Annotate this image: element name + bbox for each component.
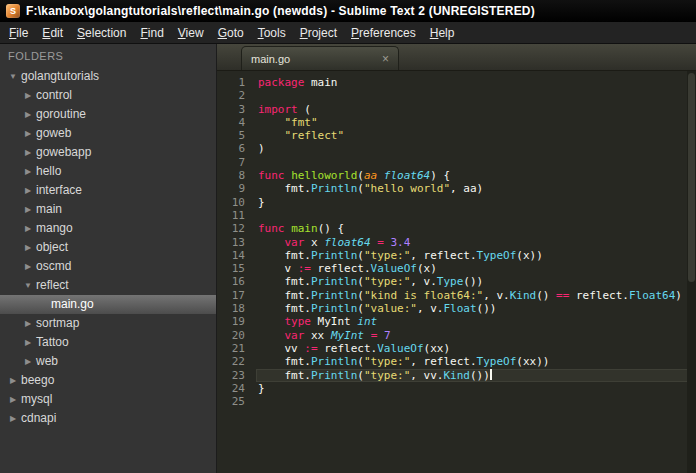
- titlebar[interactable]: S F:\kanbox\golangtutorials\reflect\main…: [0, 0, 696, 22]
- folder-item-control[interactable]: ▶control: [0, 86, 216, 105]
- code-line-18[interactable]: 18 fmt.Println("value:", v.Float()): [217, 302, 696, 315]
- code-line-3[interactable]: 3import (: [217, 103, 696, 116]
- code-line-16[interactable]: 16 fmt.Println("type:", v.Type()): [217, 275, 696, 288]
- triangle-collapsed-icon[interactable]: ▶: [21, 181, 35, 200]
- line-content: fmt.Println("type:", v.Type()): [256, 275, 696, 288]
- triangle-collapsed-icon[interactable]: ▶: [21, 314, 35, 333]
- tab-main-go[interactable]: main.go ×: [241, 46, 399, 70]
- triangle-collapsed-icon[interactable]: ▶: [21, 200, 35, 219]
- menu-goto[interactable]: Goto: [211, 24, 251, 42]
- tree-item-label: main: [35, 200, 62, 219]
- code-line-20[interactable]: 20 var xx MyInt = 7: [217, 329, 696, 342]
- tree-item-label: oscmd: [35, 257, 71, 276]
- triangle-collapsed-icon[interactable]: ▶: [21, 105, 35, 124]
- triangle-collapsed-icon[interactable]: ▶: [21, 333, 35, 352]
- code-line-12[interactable]: 12func main() {: [217, 222, 696, 235]
- code-line-15[interactable]: 15 v := reflect.ValueOf(x): [217, 262, 696, 275]
- folder-item-oscmd[interactable]: ▶oscmd: [0, 257, 216, 276]
- folders-header: FOLDERS: [0, 44, 216, 67]
- code-line-21[interactable]: 21 vv := reflect.ValueOf(xx): [217, 342, 696, 355]
- code-line-7[interactable]: 7: [217, 156, 696, 169]
- folder-item-main[interactable]: ▶main: [0, 200, 216, 219]
- triangle-expanded-icon[interactable]: ▼: [21, 276, 35, 295]
- triangle-collapsed-icon[interactable]: ▶: [21, 352, 35, 371]
- line-number: 12: [217, 222, 256, 235]
- folder-item-beego[interactable]: ▶beego: [0, 371, 216, 390]
- code-line-19[interactable]: 19 type MyInt int: [217, 315, 696, 328]
- tree-item-label: goroutine: [35, 105, 86, 124]
- code-line-10[interactable]: 10}: [217, 196, 696, 209]
- triangle-collapsed-icon[interactable]: ▶: [21, 124, 35, 143]
- code-line-13[interactable]: 13 var x float64 = 3.4: [217, 236, 696, 249]
- code-line-11[interactable]: 11: [217, 209, 696, 222]
- tab-close-icon[interactable]: ×: [382, 53, 389, 65]
- line-number: 14: [217, 249, 256, 262]
- folder-item-reflect[interactable]: ▼reflect: [0, 276, 216, 295]
- menu-project[interactable]: Project: [293, 24, 344, 42]
- folder-item-mango[interactable]: ▶mango: [0, 219, 216, 238]
- folder-item-interface[interactable]: ▶interface: [0, 181, 216, 200]
- line-content: import (: [256, 103, 696, 116]
- folder-item-tattoo[interactable]: ▶Tattoo: [0, 333, 216, 352]
- folder-item-web[interactable]: ▶web: [0, 352, 216, 371]
- folder-item-goroutine[interactable]: ▶goroutine: [0, 105, 216, 124]
- menu-find[interactable]: Find: [133, 24, 170, 42]
- triangle-collapsed-icon[interactable]: ▶: [6, 390, 20, 409]
- triangle-expanded-icon[interactable]: ▼: [6, 67, 20, 86]
- line-number: 4: [217, 116, 256, 129]
- code-line-8[interactable]: 8func helloworld(aa float64) {: [217, 169, 696, 182]
- triangle-collapsed-icon[interactable]: ▶: [21, 143, 35, 162]
- triangle-collapsed-icon[interactable]: ▶: [6, 409, 20, 428]
- folder-item-hello[interactable]: ▶hello: [0, 162, 216, 181]
- folder-item-goweb[interactable]: ▶goweb: [0, 124, 216, 143]
- line-number: 7: [217, 156, 256, 169]
- triangle-collapsed-icon[interactable]: ▶: [21, 257, 35, 276]
- code-line-25[interactable]: 25: [217, 395, 696, 408]
- folder-item-cdnapi[interactable]: ▶cdnapi: [0, 409, 216, 428]
- code-line-2[interactable]: 2: [217, 89, 696, 102]
- line-content: fmt.Println("type:", reflect.TypeOf(x)): [256, 249, 696, 262]
- code-line-23[interactable]: 23 fmt.Println("type:", vv.Kind()): [217, 369, 696, 382]
- editor-pane[interactable]: main.go × 1package main23import (4 "fmt"…: [217, 44, 696, 473]
- code-line-9[interactable]: 9 fmt.Println("hello world", aa): [217, 182, 696, 195]
- code-line-17[interactable]: 17 fmt.Println("kind is float64:", v.Kin…: [217, 289, 696, 302]
- menu-selection[interactable]: Selection: [70, 24, 133, 42]
- vertical-scrollbar[interactable]: [687, 71, 696, 473]
- tree-item-label: sortmap: [35, 314, 79, 333]
- line-number: 13: [217, 236, 256, 249]
- code-line-5[interactable]: 5 "reflect": [217, 129, 696, 142]
- code-line-4[interactable]: 4 "fmt": [217, 116, 696, 129]
- triangle-collapsed-icon[interactable]: ▶: [6, 371, 20, 390]
- menu-edit[interactable]: Edit: [35, 24, 70, 42]
- tree-item-label: mango: [35, 219, 73, 238]
- menu-preferences[interactable]: Preferences: [344, 24, 423, 42]
- code-line-1[interactable]: 1package main: [217, 76, 696, 89]
- code-line-22[interactable]: 22 fmt.Println("type:", reflect.TypeOf(x…: [217, 355, 696, 368]
- tree-item-label: reflect: [35, 276, 69, 295]
- folder-item-mysql[interactable]: ▶mysql: [0, 390, 216, 409]
- line-content: "fmt": [256, 116, 696, 129]
- triangle-collapsed-icon[interactable]: ▶: [21, 219, 35, 238]
- menu-tools[interactable]: Tools: [251, 24, 293, 42]
- code-line-14[interactable]: 14 fmt.Println("type:", reflect.TypeOf(x…: [217, 249, 696, 262]
- scrollbar-thumb[interactable]: [688, 73, 695, 282]
- menu-help[interactable]: Help: [423, 24, 462, 42]
- line-number: 11: [217, 209, 256, 222]
- folder-item-object[interactable]: ▶object: [0, 238, 216, 257]
- tree-item-label: gowebapp: [35, 143, 91, 162]
- tree-item-label: golangtutorials: [20, 67, 99, 86]
- line-content: fmt.Println("type:", vv.Kind()): [256, 369, 696, 382]
- folder-item-gowebapp[interactable]: ▶gowebapp: [0, 143, 216, 162]
- code-area[interactable]: 1package main23import (4 "fmt"5 "reflect…: [217, 71, 696, 408]
- folder-item-sortmap[interactable]: ▶sortmap: [0, 314, 216, 333]
- triangle-collapsed-icon[interactable]: ▶: [21, 162, 35, 181]
- folder-item-golangtutorials[interactable]: ▼golangtutorials: [0, 67, 216, 86]
- triangle-collapsed-icon[interactable]: ▶: [21, 86, 35, 105]
- triangle-collapsed-icon[interactable]: ▶: [21, 238, 35, 257]
- menu-view[interactable]: View: [171, 24, 211, 42]
- code-line-6[interactable]: 6): [217, 142, 696, 155]
- file-item-main-go[interactable]: main.go: [0, 295, 216, 314]
- menu-file[interactable]: File: [2, 24, 35, 42]
- code-line-24[interactable]: 24}: [217, 382, 696, 395]
- line-content: fmt.Println("hello world", aa): [256, 182, 696, 195]
